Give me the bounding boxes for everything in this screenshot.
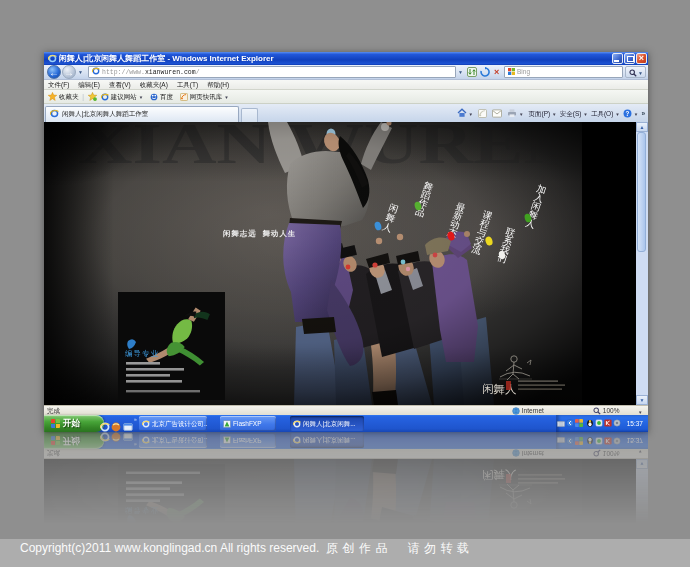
svg-text:?: ? [625, 110, 629, 117]
svg-text:编导专业: 编导专业 [125, 349, 159, 358]
svg-text:闲舞人: 闲舞人 [482, 383, 517, 395]
svg-text:闲舞志远 舞动人生: 闲舞志远 舞动人生 [223, 229, 296, 238]
